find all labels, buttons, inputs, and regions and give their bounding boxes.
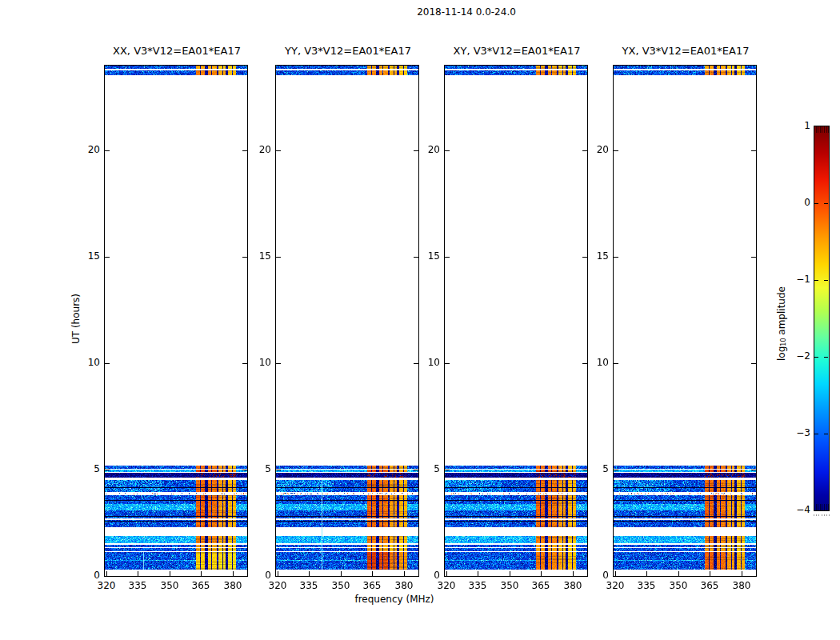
y-tick-label: 5 bbox=[246, 463, 271, 474]
y-tick-label: 0 bbox=[414, 570, 440, 581]
y-tick-label: 0 bbox=[246, 570, 271, 581]
colorbar-tick-label: 0 bbox=[782, 197, 810, 208]
spectrogram-canvas-yx bbox=[614, 66, 756, 576]
y-tick-label: 10 bbox=[583, 357, 609, 368]
x-tick-label: 320 bbox=[264, 580, 291, 591]
x-tick-label: 380 bbox=[219, 580, 246, 591]
colorbar bbox=[814, 126, 830, 511]
colorbar-label: log10 amplitude bbox=[776, 272, 789, 376]
y-tick-label: 20 bbox=[246, 144, 271, 155]
panel-title-xx: XX, V3*V12=EA01*EA17 bbox=[97, 45, 257, 57]
y-tick-label: 15 bbox=[414, 250, 440, 262]
x-tick-label: 335 bbox=[124, 580, 151, 591]
colorbar-tick-mark bbox=[814, 280, 818, 281]
panel-title-xy: XY, V3*V12=EA01*EA17 bbox=[437, 45, 597, 57]
y-tick-label: 5 bbox=[74, 463, 100, 474]
colorbar-tick-mark bbox=[824, 434, 828, 434]
colorbar-tick-mark bbox=[824, 203, 828, 204]
y-tick-label: 15 bbox=[246, 250, 271, 262]
colorbar-label-sub: 10 bbox=[780, 338, 787, 346]
colorbar-bottom-hatch bbox=[814, 504, 829, 510]
panel-xx bbox=[104, 65, 248, 577]
x-tick-label: 320 bbox=[93, 580, 120, 591]
x-tick-label: 365 bbox=[696, 580, 723, 591]
colorbar-tick-mark bbox=[814, 357, 818, 358]
panel-yx bbox=[613, 65, 757, 577]
x-tick-label: 350 bbox=[496, 580, 523, 591]
colorbar-underline-dots bbox=[814, 514, 830, 516]
colorbar-tick-label: −4 bbox=[782, 504, 810, 515]
colorbar-tick-mark bbox=[814, 203, 818, 204]
y-tick-label: 20 bbox=[414, 144, 440, 155]
spectrogram-canvas-xy bbox=[445, 66, 587, 576]
spectrogram-canvas-yy bbox=[276, 66, 418, 576]
x-tick-label: 365 bbox=[358, 580, 386, 591]
x-tick-label: 350 bbox=[327, 580, 354, 591]
figure: 2018-11-14 0.0-24.0 XX, V3*V12=EA01*EA17… bbox=[0, 0, 840, 640]
y-tick-label: 10 bbox=[414, 357, 440, 368]
x-tick-label: 365 bbox=[187, 580, 214, 591]
y-tick-label: 5 bbox=[583, 463, 609, 474]
x-tick-label: 380 bbox=[728, 580, 755, 591]
x-tick-label: 380 bbox=[559, 580, 586, 591]
x-tick-label: 320 bbox=[433, 580, 460, 591]
y-tick-label: 5 bbox=[414, 463, 440, 474]
panel-xy bbox=[444, 65, 588, 577]
y-tick-label: 10 bbox=[246, 357, 271, 368]
x-tick-label: 350 bbox=[665, 580, 692, 591]
colorbar-label-rest: amplitude bbox=[776, 287, 787, 338]
panel-yy bbox=[275, 65, 419, 577]
y-tick-label: 0 bbox=[583, 570, 609, 581]
colorbar-tick-label: 1 bbox=[782, 120, 810, 131]
panel-title-yx: YX, V3*V12=EA01*EA17 bbox=[606, 45, 766, 57]
x-tick-label: 380 bbox=[390, 580, 418, 591]
panel-title-yy: YY, V3*V12=EA01*EA17 bbox=[268, 45, 428, 57]
colorbar-tick-mark bbox=[814, 434, 818, 434]
colorbar-label-log: log bbox=[776, 346, 787, 361]
colorbar-tick-mark bbox=[824, 280, 828, 281]
figure-title: 2018-11-14 0.0-24.0 bbox=[346, 6, 586, 18]
y-tick-label: 20 bbox=[74, 144, 100, 155]
y-tick-label: 15 bbox=[583, 250, 609, 262]
y-tick-label: 20 bbox=[583, 144, 609, 155]
y-tick-label: 15 bbox=[74, 250, 100, 262]
spectrogram-canvas-xx bbox=[105, 66, 247, 576]
x-axis-label: frequency (MHz) bbox=[314, 594, 474, 605]
x-tick-label: 320 bbox=[602, 580, 629, 591]
x-tick-label: 335 bbox=[464, 580, 491, 591]
colorbar-top-hatch bbox=[814, 126, 829, 133]
y-axis-label: UT (hours) bbox=[70, 270, 83, 366]
colorbar-tick-label: −3 bbox=[782, 427, 810, 438]
x-tick-label: 365 bbox=[527, 580, 554, 591]
x-tick-label: 350 bbox=[156, 580, 183, 591]
y-tick-label: 0 bbox=[74, 570, 100, 581]
colorbar-tick-mark bbox=[824, 357, 828, 358]
x-tick-label: 335 bbox=[633, 580, 660, 591]
x-tick-label: 335 bbox=[295, 580, 322, 591]
